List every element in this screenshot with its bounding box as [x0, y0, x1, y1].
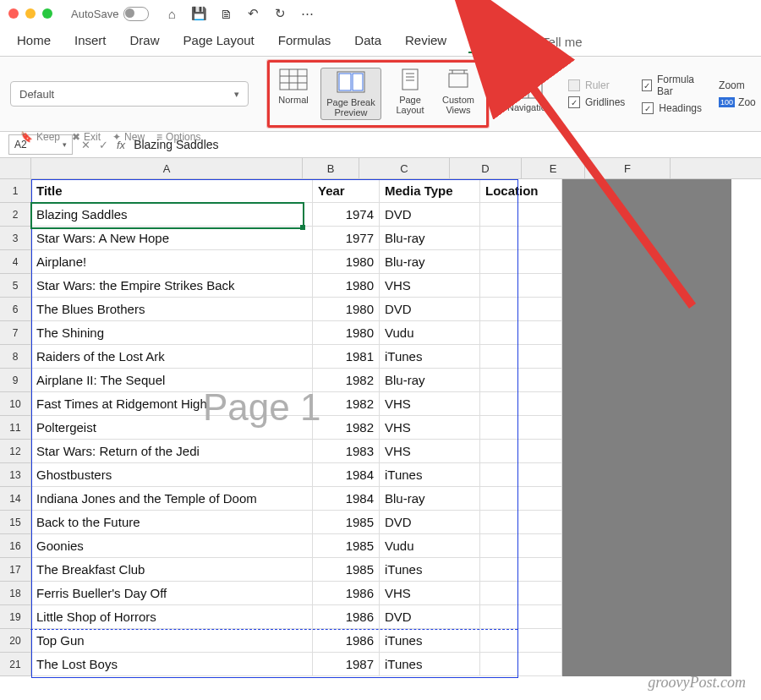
cell[interactable]: Little Shop of Horrors: [31, 605, 313, 629]
cell[interactable]: 1974: [313, 203, 380, 227]
cell[interactable]: iTunes: [380, 345, 480, 369]
cell[interactable]: [562, 440, 636, 463]
cell[interactable]: [480, 298, 562, 321]
cell[interactable]: [636, 440, 731, 463]
menu-review[interactable]: Review: [403, 31, 448, 52]
row-header[interactable]: 3: [0, 227, 31, 250]
menu-draw[interactable]: Draw: [129, 31, 162, 52]
cell[interactable]: [636, 653, 731, 676]
cell[interactable]: Star Wars: the Empire Strikes Back: [31, 274, 313, 298]
cell[interactable]: VHS: [380, 392, 480, 416]
menu-data[interactable]: Data: [353, 31, 383, 52]
cell[interactable]: [480, 274, 562, 298]
cell[interactable]: [562, 274, 636, 298]
cell[interactable]: Location: [480, 179, 562, 203]
cell[interactable]: [562, 345, 636, 369]
cell[interactable]: Back to the Future: [31, 511, 313, 534]
home-icon[interactable]: ⌂: [164, 6, 179, 21]
custom-views[interactable]: Custom Views: [439, 68, 478, 120]
cell[interactable]: [480, 203, 562, 227]
cell[interactable]: Blu-ray: [380, 369, 480, 392]
menu-page-layout[interactable]: Page Layout: [182, 31, 256, 52]
col-B[interactable]: B: [303, 158, 359, 178]
cell[interactable]: 1986: [313, 629, 380, 653]
exit-view[interactable]: ✖ Exit: [72, 131, 101, 143]
cell[interactable]: [562, 227, 636, 250]
col-D[interactable]: D: [450, 158, 522, 178]
cell[interactable]: VHS: [380, 582, 480, 605]
cell[interactable]: [562, 463, 636, 487]
cell[interactable]: [562, 203, 636, 227]
cell[interactable]: Airplane!: [31, 250, 313, 274]
cell[interactable]: [636, 558, 731, 582]
cell[interactable]: VHS: [380, 416, 480, 440]
cell[interactable]: [636, 321, 731, 345]
cell[interactable]: Media Type: [380, 179, 480, 203]
cell[interactable]: The Shining: [31, 321, 313, 345]
cell[interactable]: Blu-ray: [380, 487, 480, 511]
cell[interactable]: 1977: [313, 227, 380, 250]
new-view[interactable]: ✦ New: [112, 131, 145, 143]
cell[interactable]: 1981: [313, 345, 380, 369]
cell[interactable]: 1985: [313, 558, 380, 582]
cell[interactable]: iTunes: [380, 463, 480, 487]
cell[interactable]: 1985: [313, 534, 380, 558]
cell[interactable]: [480, 487, 562, 511]
cell[interactable]: [636, 250, 731, 274]
sheet[interactable]: A B C D E F 1TitleYearMedia TypeLocation…: [0, 158, 761, 694]
cell[interactable]: 1980: [313, 321, 380, 345]
cell[interactable]: [562, 487, 636, 511]
cell[interactable]: 1982: [313, 369, 380, 392]
cell[interactable]: [636, 416, 731, 440]
cell[interactable]: 1987: [313, 653, 380, 676]
cell[interactable]: 1980: [313, 274, 380, 298]
ruler-checkbox[interactable]: Ruler: [568, 79, 625, 91]
cell[interactable]: 1983: [313, 440, 380, 463]
cell[interactable]: 1982: [313, 416, 380, 440]
menu-formulas[interactable]: Formulas: [276, 31, 333, 52]
cell[interactable]: [480, 558, 562, 582]
row-header[interactable]: 10: [0, 392, 31, 416]
cell[interactable]: [562, 369, 636, 392]
cell[interactable]: [480, 463, 562, 487]
cell[interactable]: [636, 227, 731, 250]
cell[interactable]: [636, 511, 731, 534]
cell[interactable]: [480, 511, 562, 534]
normal-view[interactable]: Normal: [278, 68, 309, 120]
cell[interactable]: iTunes: [380, 629, 480, 653]
cell[interactable]: [480, 250, 562, 274]
headings-checkbox[interactable]: ✓Headings: [642, 102, 702, 114]
row-header[interactable]: 17: [0, 558, 31, 582]
cell[interactable]: [562, 298, 636, 321]
cell[interactable]: iTunes: [380, 558, 480, 582]
cell[interactable]: [480, 369, 562, 392]
cell[interactable]: [636, 534, 731, 558]
row-header[interactable]: 7: [0, 321, 31, 345]
cell[interactable]: Vudu: [380, 534, 480, 558]
row-header[interactable]: 15: [0, 511, 31, 534]
formula-bar-checkbox[interactable]: ✓Formula Bar: [642, 74, 702, 97]
cell[interactable]: [562, 416, 636, 440]
cell[interactable]: Vudu: [380, 321, 480, 345]
row-header[interactable]: 18: [0, 582, 31, 605]
cell[interactable]: [480, 416, 562, 440]
cell[interactable]: [562, 179, 636, 203]
cell[interactable]: [562, 534, 636, 558]
cell[interactable]: [562, 629, 636, 653]
cell[interactable]: Blu-ray: [380, 250, 480, 274]
page-break-preview[interactable]: Page Break Preview: [320, 68, 381, 120]
cell[interactable]: DVD: [380, 605, 480, 629]
cell[interactable]: 1982: [313, 392, 380, 416]
cell[interactable]: Star Wars: A New Hope: [31, 227, 313, 250]
cell[interactable]: [562, 511, 636, 534]
row-header[interactable]: 12: [0, 440, 31, 463]
row-header[interactable]: 16: [0, 534, 31, 558]
cell[interactable]: [636, 487, 731, 511]
cell[interactable]: VHS: [380, 274, 480, 298]
row-header[interactable]: 9: [0, 369, 31, 392]
row-header[interactable]: 5: [0, 274, 31, 298]
cell[interactable]: Blu-ray: [380, 227, 480, 250]
cell[interactable]: [562, 605, 636, 629]
gridlines-checkbox[interactable]: ✓Gridlines: [568, 96, 625, 108]
cell[interactable]: Fast Times at Ridgemont High: [31, 392, 313, 416]
